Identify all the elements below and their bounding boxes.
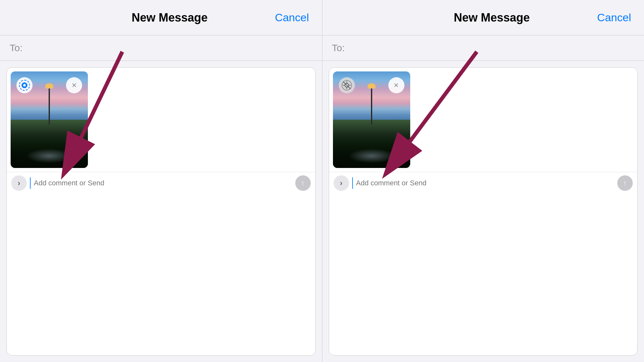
right-send-button[interactable]: ↑ bbox=[617, 175, 633, 191]
right-input-bar: › ↑ bbox=[329, 172, 638, 194]
right-image-preview: ✕ bbox=[329, 68, 638, 172]
right-image-thumbnail: ✕ bbox=[333, 71, 410, 168]
left-cancel-button[interactable]: Cancel bbox=[275, 11, 309, 24]
close-icon-right: ✕ bbox=[393, 81, 399, 89]
send-arrow-icon-left: ↑ bbox=[301, 179, 305, 187]
send-arrow-icon-right: ↑ bbox=[623, 179, 627, 187]
left-expand-button[interactable]: › bbox=[11, 175, 27, 191]
close-icon-left: ✕ bbox=[71, 81, 77, 89]
left-panel: To: bbox=[0, 35, 322, 362]
water-right bbox=[348, 149, 395, 163]
left-title: New Message bbox=[64, 11, 275, 24]
lamp-head-left bbox=[45, 83, 53, 88]
lamp-head-right bbox=[368, 83, 375, 88]
top-bar: New Message Cancel New Message Cancel bbox=[0, 0, 644, 35]
left-close-button[interactable]: ✕ bbox=[66, 77, 82, 93]
left-message-area: ✕ › ↑ bbox=[0, 61, 322, 362]
left-to-label: To: bbox=[0, 35, 322, 61]
left-send-button[interactable]: ↑ bbox=[295, 175, 311, 191]
chevron-right-icon-left: › bbox=[18, 179, 20, 188]
left-cursor bbox=[30, 177, 31, 189]
dashed-circle bbox=[19, 80, 30, 91]
left-input-bar: › ↑ bbox=[7, 172, 315, 194]
circle-inner bbox=[22, 82, 27, 88]
circle-dot bbox=[23, 84, 26, 87]
no-location-svg bbox=[341, 80, 352, 91]
left-text-input[interactable] bbox=[34, 176, 292, 190]
left-panel-header: New Message Cancel bbox=[0, 0, 322, 35]
right-panel: To: bbox=[322, 35, 644, 362]
right-text-input[interactable] bbox=[356, 176, 614, 190]
left-image-thumbnail: ✕ bbox=[11, 71, 88, 168]
right-expand-button[interactable]: › bbox=[334, 175, 349, 191]
location-active-icon[interactable] bbox=[16, 77, 33, 93]
right-compose-box: ✕ › ↑ bbox=[329, 67, 638, 356]
left-compose-box: ✕ › ↑ bbox=[6, 67, 316, 356]
left-image-preview: ✕ bbox=[7, 68, 315, 172]
location-inactive-icon[interactable] bbox=[339, 77, 355, 93]
water-left bbox=[26, 149, 72, 163]
chevron-right-icon-right: › bbox=[340, 179, 343, 188]
right-close-button[interactable]: ✕ bbox=[388, 77, 404, 93]
right-cursor bbox=[352, 177, 353, 189]
right-cancel-button[interactable]: Cancel bbox=[597, 11, 631, 24]
right-to-label: To: bbox=[322, 35, 644, 61]
right-message-area: ✕ › ↑ bbox=[322, 61, 644, 362]
right-title: New Message bbox=[387, 11, 597, 24]
lamp-post-left bbox=[49, 86, 50, 125]
main-content: To: bbox=[0, 35, 644, 362]
right-panel-header: New Message Cancel bbox=[322, 0, 644, 35]
lamp-post-right bbox=[371, 86, 372, 125]
